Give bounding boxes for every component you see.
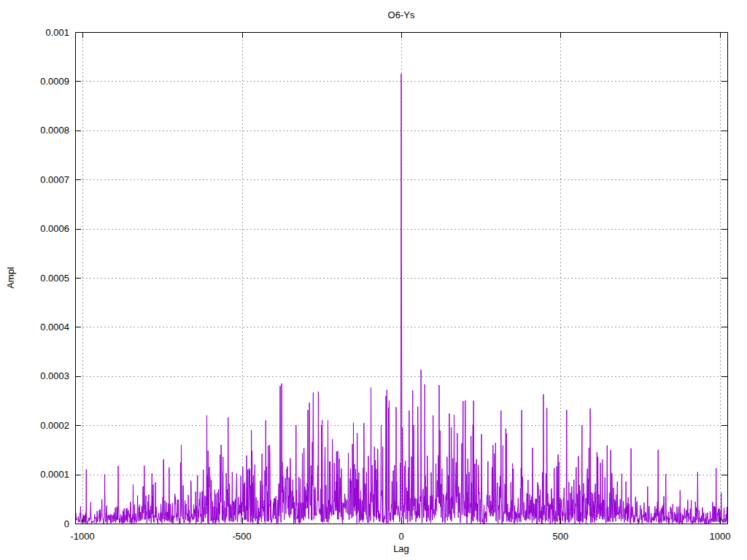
x-tick-label: 500 (553, 531, 569, 542)
x-tick-label: 1000 (709, 531, 730, 542)
chart-title: O6-Ys (388, 9, 415, 20)
y-tick-label: 0.0008 (40, 125, 69, 136)
y-tick-label: 0 (64, 518, 69, 529)
y-tick-label: 0.0006 (40, 223, 69, 234)
y-tick-label: 0.001 (45, 27, 69, 38)
y-tick-label: 0.0003 (40, 370, 69, 381)
gnuplot-window: -1000-5000500100000.00010.00020.00030.00… (0, 0, 747, 560)
y-tick-label: 0.0009 (40, 76, 69, 87)
y-tick-label: 0.0005 (40, 273, 69, 284)
y-tick-label: 0.0007 (40, 174, 69, 185)
x-tick-label: 0 (398, 531, 403, 542)
y-tick-label: 0.0001 (40, 469, 69, 480)
chart-canvas: -1000-5000500100000.00010.00020.00030.00… (0, 0, 747, 560)
x-axis-label: Lag (393, 543, 409, 554)
x-tick-label: -500 (233, 531, 252, 542)
y-tick-label: 0.0004 (40, 322, 69, 332)
y-axis-label: Ampl (5, 267, 16, 289)
y-tick-label: 0.0002 (40, 420, 69, 431)
x-tick-label: -1000 (70, 531, 94, 542)
